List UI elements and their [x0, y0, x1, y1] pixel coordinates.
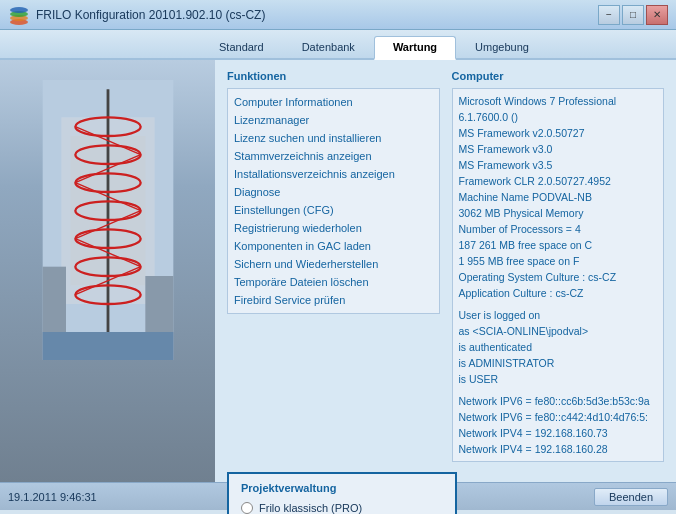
tab-standard[interactable]: Standard [200, 36, 283, 58]
computer-item: Framework CLR 2.0.50727.4952 [459, 173, 658, 189]
tab-bar: Standard Datenbank Wartung Umgebung [0, 30, 676, 60]
list-item[interactable]: Einstellungen (CFG) [234, 201, 433, 219]
sections-row: Funktionen Computer Informationen Lizenz… [227, 70, 664, 462]
window-title: FRILO Konfiguration 20101.902.10 (cs-CZ) [36, 8, 265, 22]
list-item[interactable]: Installationsverzeichnis anzeigen [234, 165, 433, 183]
computer-item: MS Framework v2.0.50727 [459, 125, 658, 141]
tower-illustration [38, 80, 178, 360]
computer-item: Network IPV4 = 192.168.160.73 [459, 425, 658, 441]
radio-circle-klassisch [241, 502, 253, 514]
computer-item: Microsoft Windows 7 Professional [459, 93, 658, 109]
computer-title: Computer [452, 70, 665, 82]
title-bar: FRILO Konfiguration 20101.902.10 (cs-CZ)… [0, 0, 676, 30]
computer-item: Network IPV6 = fe80::c442:4d10:4d76:5: [459, 409, 658, 425]
tab-wartung[interactable]: Wartung [374, 36, 456, 60]
computer-list: Microsoft Windows 7 Professional 6.1.760… [452, 88, 665, 462]
left-panel [0, 60, 215, 482]
beenden-button[interactable]: Beenden [594, 488, 668, 506]
computer-item: 3062 MB Physical Memory [459, 205, 658, 221]
app-icon [8, 4, 30, 26]
svg-rect-23 [42, 332, 173, 360]
main-content: Funktionen Computer Informationen Lizenz… [0, 60, 676, 482]
computer-item: MS Framework v3.5 [459, 157, 658, 173]
right-panel: Funktionen Computer Informationen Lizenz… [215, 60, 676, 482]
computer-item: Network IPV4 = 192.168.160.28 [459, 441, 658, 457]
computer-item: Number of Processors = 4 [459, 221, 658, 237]
list-item[interactable]: Computer Informationen [234, 93, 433, 111]
svg-point-3 [10, 7, 28, 13]
title-bar-left: FRILO Konfiguration 20101.902.10 (cs-CZ) [8, 4, 265, 26]
funktionen-section: Funktionen Computer Informationen Lizenz… [227, 70, 440, 462]
computer-item: is ADMINISTRATOR [459, 355, 658, 371]
tab-datenbank[interactable]: Datenbank [283, 36, 374, 58]
funktionen-title: Funktionen [227, 70, 440, 82]
computer-item: is USER [459, 371, 658, 387]
radio-klassisch[interactable]: Frilo klassisch (PRO) [241, 502, 443, 514]
computer-item: Operating System Culture : cs-CZ [459, 269, 658, 285]
list-item[interactable]: Registrierung wiederholen [234, 219, 433, 237]
radio-label-klassisch: Frilo klassisch (PRO) [259, 502, 362, 514]
computer-item: 1 955 MB free space on F [459, 253, 658, 269]
list-item[interactable]: Stammverzeichnis anzeigen [234, 147, 433, 165]
projektverwaltung-box: Projektverwaltung Frilo klassisch (PRO) … [227, 472, 457, 514]
list-item[interactable]: Temporäre Dateien löschen [234, 273, 433, 291]
computer-item: 6.1.7600.0 () [459, 109, 658, 125]
list-item[interactable]: Sichern und Wiederherstellen [234, 255, 433, 273]
radio-group: Frilo klassisch (PRO) Frilo Manager Fril… [241, 502, 443, 514]
computer-item: is authenticated [459, 339, 658, 355]
computer-item: User is logged on [459, 307, 658, 323]
tower-image [0, 60, 215, 482]
list-item[interactable]: Lizenzmanager [234, 111, 433, 129]
computer-item: Network IPV6 = fe80::cc6b:5d3e:b53c:9a [459, 393, 658, 409]
computer-item: Machine Name PODVAL-NB [459, 189, 658, 205]
computer-item: 187 261 MB free space on C [459, 237, 658, 253]
maximize-button[interactable]: □ [622, 5, 644, 25]
tab-umgebung[interactable]: Umgebung [456, 36, 548, 58]
computer-item: as <SCIA-ONLINE\jpodval> [459, 323, 658, 339]
computer-item: MS Framework v3.0 [459, 141, 658, 157]
funktionen-list: Computer Informationen Lizenzmanager Liz… [227, 88, 440, 314]
minimize-button[interactable]: − [598, 5, 620, 25]
computer-item: Application Culture : cs-CZ [459, 285, 658, 301]
close-button[interactable]: ✕ [646, 5, 668, 25]
projektverwaltung-title: Projektverwaltung [241, 482, 443, 494]
computer-section: Computer Microsoft Windows 7 Professiona… [452, 70, 665, 462]
list-item[interactable]: Firebird Service prüfen [234, 291, 433, 309]
list-item[interactable]: Lizenz suchen und installieren [234, 129, 433, 147]
title-buttons: − □ ✕ [598, 5, 668, 25]
list-item[interactable]: Diagnose [234, 183, 433, 201]
list-item[interactable]: Komponenten in GAC laden [234, 237, 433, 255]
datetime-label: 19.1.2011 9:46:31 [8, 491, 97, 503]
